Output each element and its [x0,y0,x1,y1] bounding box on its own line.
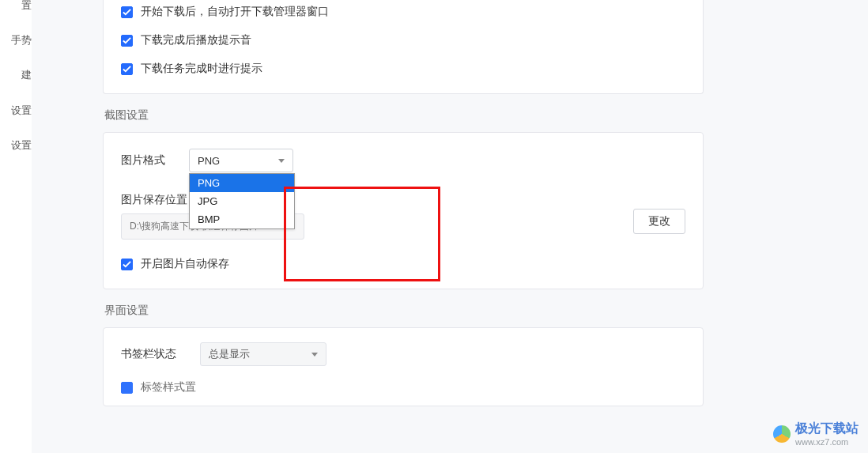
check-icon [123,260,131,269]
check-icon [123,8,131,17]
watermark-url: www.xz7.com [795,437,859,447]
chevron-down-icon [278,159,285,163]
checkbox-label: 开始下载后，自动打开下载管理器窗口 [141,5,329,19]
main-content: 开始下载后，自动打开下载管理器窗口 下载完成后播放提示音 下载任务完成时进行提示… [32,0,868,453]
download-settings-panel: 开始下载后，自动打开下载管理器窗口 下载完成后播放提示音 下载任务完成时进行提示 [103,0,704,94]
checkbox[interactable] [121,259,133,270]
dropdown-option-bmp[interactable]: BMP [190,210,294,228]
sidebar-item[interactable]: 手势 [0,30,32,51]
sidebar-item[interactable]: 置 [0,0,32,16]
section-title-screenshot: 截图设置 [104,108,868,123]
ui-settings-panel: 书签栏状态 总是显示 标签样式置 [103,327,704,406]
checkbox[interactable] [121,35,133,47]
dropdown-option-jpg[interactable]: JPG [190,192,294,210]
checkbox-label: 下载任务完成时进行提示 [141,62,262,76]
watermark: 极光下载站 www.xz7.com [773,421,859,447]
section-title-ui: 界面设置 [104,304,868,318]
select-value: PNG [198,155,220,167]
sidebar-item[interactable]: 建 [0,65,32,85]
sidebar: 置 手势 建 设置 设置 [0,0,32,453]
image-format-label: 图片格式 [121,153,189,168]
change-path-button[interactable]: 更改 [633,209,685,234]
check-icon [123,65,131,74]
screenshot-settings-panel: 图片格式 PNG PNG JPG BMP 图片保存位置 D:\搜狗高速下载\快速… [103,132,704,289]
sidebar-item[interactable]: 设置 [0,135,32,156]
watermark-title: 极光下载站 [795,421,859,437]
bookmark-bar-label: 书签栏状态 [121,347,200,361]
checkbox[interactable] [121,6,133,18]
chevron-down-icon [311,353,318,357]
sidebar-item[interactable]: 设置 [0,100,32,121]
watermark-logo-icon [773,425,791,443]
image-format-select[interactable]: PNG PNG JPG BMP [189,149,293,172]
dropdown-option-png[interactable]: PNG [190,174,294,192]
select-value: 总是显示 [209,347,250,361]
checkbox-label: 下载完成后播放提示音 [141,33,251,47]
image-format-dropdown: PNG JPG BMP [189,173,295,229]
check-icon [123,36,131,45]
checkbox-label: 开启图片自动保存 [141,257,229,271]
checkbox[interactable] [121,63,133,75]
checkbox[interactable] [121,382,133,394]
label-partial: 标签样式置 [141,380,196,394]
image-save-location-label: 图片保存位置 [121,193,189,207]
bookmark-bar-select[interactable]: 总是显示 [200,342,326,366]
